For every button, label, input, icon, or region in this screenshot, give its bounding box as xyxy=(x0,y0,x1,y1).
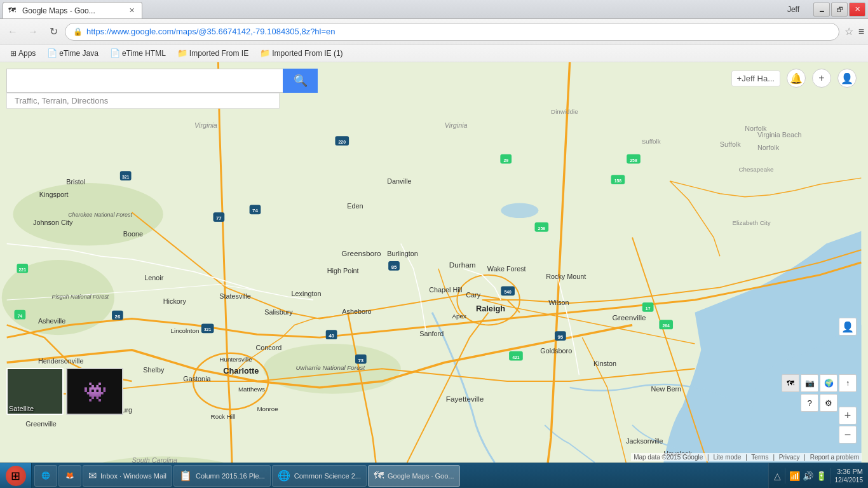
svg-text:Rock Hill: Rock Hill xyxy=(211,413,236,420)
svg-text:321: 321 xyxy=(204,327,212,332)
svg-text:Asheville: Asheville xyxy=(38,317,65,325)
satellite-view-button[interactable]: Satellite xyxy=(6,368,64,415)
address-bar[interactable]: 🔒 https://www.google.com/maps/@35.667414… xyxy=(65,23,839,41)
etime-html-label: eTime HTML xyxy=(122,49,166,58)
svg-text:Chesapeake: Chesapeake xyxy=(738,166,774,173)
svg-text:85: 85 xyxy=(391,264,397,270)
svg-text:321: 321 xyxy=(122,175,130,179)
bookmark-etime-java[interactable]: 📄 eTime Java xyxy=(42,47,104,59)
svg-text:Dinwiddie: Dinwiddie xyxy=(551,108,578,115)
forward-button[interactable]: → xyxy=(24,23,42,41)
earth-view-toggle[interactable]: 🌍 xyxy=(820,374,837,392)
report-problem-link[interactable]: Report a problem xyxy=(810,454,859,461)
refresh-button[interactable]: ↻ xyxy=(44,23,62,41)
svg-text:40: 40 xyxy=(329,333,334,339)
tray-divider xyxy=(785,468,785,484)
zoom-out-button[interactable]: − xyxy=(839,426,857,444)
close-button[interactable]: ✕ xyxy=(849,3,865,17)
column-label: Column 2015.16 Ple... xyxy=(196,472,265,480)
notifications-icon[interactable]: 🔔 xyxy=(787,69,806,88)
system-tray: △ 📶 🔊 🔋 3:36 PM 12/4/2015 xyxy=(768,463,869,489)
taskbar-common-science[interactable]: 🌐 Common Science 2... xyxy=(272,465,367,487)
minimize-button[interactable]: 🗕 xyxy=(813,3,830,17)
privacy-link[interactable]: Privacy xyxy=(779,454,800,461)
map-view-toggle[interactable]: 🗺 xyxy=(782,374,799,392)
chrome-menu-icon[interactable]: ≡ xyxy=(858,26,864,37)
browser-tab-active[interactable]: 🗺 Google Maps - Goo... ✕ xyxy=(3,2,142,18)
map-hint[interactable]: Traffic, Terrain, Directions xyxy=(6,93,280,109)
terms-link[interactable]: Terms xyxy=(751,454,768,461)
title-icons: Jeff xyxy=(787,5,803,14)
svg-text:Fayetteville: Fayetteville xyxy=(446,395,484,403)
start-button[interactable]: ⊞ xyxy=(0,463,32,489)
imported-ie-1-label: Imported From IE (1) xyxy=(272,49,342,58)
svg-text:77: 77 xyxy=(216,215,222,221)
map-search-input[interactable] xyxy=(6,69,283,93)
bookmark-imported-ie-1[interactable]: 📁 Imported From IE (1) xyxy=(255,47,348,59)
view-toggle-group: 🗺 📷 🌍 ↑ xyxy=(782,374,857,392)
imported-ie-icon: 📁 xyxy=(177,48,187,58)
settings-button[interactable]: ⚙ xyxy=(820,394,837,412)
taskbar-column-task[interactable]: 📋 Column 2015.16 Ple... xyxy=(173,465,271,487)
back-button[interactable]: ← xyxy=(4,23,22,41)
user-account-icon[interactable]: 👤 xyxy=(837,69,857,88)
svg-text:Matthews: Matthews xyxy=(238,386,265,393)
taskbar-google-maps[interactable]: 🗺 Google Maps · Goo... xyxy=(368,465,460,487)
map-search-button[interactable]: 🔍 xyxy=(283,69,318,93)
bookmarks-bar: ⊞ Apps 📄 eTime Java 📄 eTime HTML 📁 Impor… xyxy=(0,44,868,62)
bookmark-etime-html[interactable]: 📄 eTime HTML xyxy=(105,47,171,59)
network-icon[interactable]: 📶 xyxy=(789,471,800,481)
bookmark-imported-ie[interactable]: 📁 Imported From IE xyxy=(172,47,254,59)
svg-text:Hickory: Hickory xyxy=(163,297,187,305)
bookmark-apps[interactable]: ⊞ Apps xyxy=(5,48,41,59)
map-hint-text: Traffic, Terrain, Directions xyxy=(15,96,108,105)
taskbar: ⊞ 🌐 🦊 ✉ Inbox · Windows Mail 📋 Column 20… xyxy=(0,463,868,488)
svg-text:Elizabeth City: Elizabeth City xyxy=(733,219,771,226)
clock-date: 12/4/2015 xyxy=(835,476,864,484)
svg-text:Salisbury: Salisbury xyxy=(264,308,293,316)
pacman-view-button[interactable]: 👾 xyxy=(66,368,123,415)
system-clock[interactable]: 3:36 PM 12/4/2015 xyxy=(835,467,864,484)
svg-text:Danville: Danville xyxy=(387,177,411,185)
taskbar-inbox-mail[interactable]: ✉ Inbox · Windows Mail xyxy=(83,465,172,487)
svg-text:73: 73 xyxy=(358,358,363,363)
mail-icon: ✉ xyxy=(88,470,97,482)
attribution-separator: | xyxy=(707,454,709,461)
clock-time: 3:36 PM xyxy=(835,467,864,476)
jeff-profile-label[interactable]: +Jeff Ha... xyxy=(731,71,780,86)
svg-text:Lincolnton: Lincolnton xyxy=(171,327,200,334)
satellite-label: Satellite xyxy=(9,405,34,412)
user-name-label: Jeff xyxy=(787,5,799,14)
taskbar-firefox-icon[interactable]: 🦊 xyxy=(58,465,81,487)
svg-text:Norfolk: Norfolk xyxy=(757,144,780,151)
volume-icon[interactable]: 🔊 xyxy=(803,471,813,481)
svg-text:258: 258 xyxy=(630,158,637,163)
power-icon[interactable]: 🔋 xyxy=(816,471,827,481)
help-button[interactable]: ? xyxy=(801,394,818,412)
apps-icon: ⊞ xyxy=(10,49,17,58)
taskbar-ie-icon[interactable]: 🌐 xyxy=(34,465,57,487)
svg-text:220: 220 xyxy=(339,140,346,144)
satellite-view-toggle[interactable]: 📷 xyxy=(801,374,818,392)
svg-text:Boone: Boone xyxy=(123,230,143,238)
maximize-button[interactable]: 🗗 xyxy=(831,3,848,17)
lite-mode-link[interactable]: Lite mode xyxy=(713,454,741,461)
svg-text:Statesville: Statesville xyxy=(219,292,250,300)
svg-text:Shelby: Shelby xyxy=(143,366,165,374)
svg-text:221: 221 xyxy=(19,268,27,272)
tray-expand-icon[interactable]: △ xyxy=(774,471,781,481)
svg-text:Kingsport: Kingsport xyxy=(39,191,69,198)
bookmark-star-icon[interactable]: ☆ xyxy=(844,25,853,37)
tab-favicon: 🗺 xyxy=(8,6,18,16)
svg-text:Concord: Concord xyxy=(255,344,281,351)
map-area[interactable]: 77 40 85 95 26 73 74 xyxy=(0,62,868,463)
windows-logo-icon: ⊞ xyxy=(11,469,20,483)
layers-toggle[interactable]: ↑ xyxy=(839,374,857,392)
svg-text:Wilson: Wilson xyxy=(548,299,569,306)
svg-text:74: 74 xyxy=(252,208,258,214)
tab-close-button[interactable]: ✕ xyxy=(126,6,137,16)
street-view-person[interactable]: 👤 xyxy=(839,318,857,336)
svg-text:Huntersville: Huntersville xyxy=(219,356,252,363)
add-content-icon[interactable]: + xyxy=(812,69,831,88)
etime-java-icon: 📄 xyxy=(47,48,57,58)
